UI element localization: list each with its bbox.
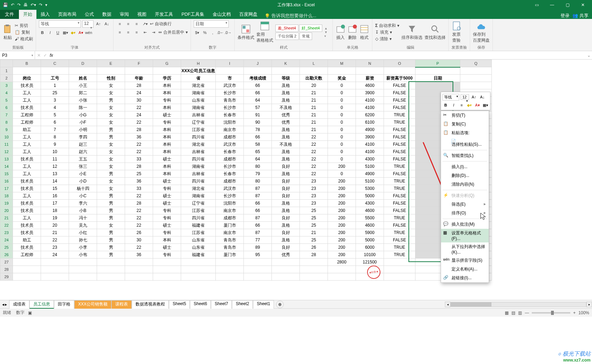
cell-H23[interactable]: 江苏省 [181,229,216,236]
tab-nav-prev-icon[interactable]: ▸ [5,302,7,307]
cell-O7[interactable]: TRUE [384,111,415,119]
cell-J19[interactable]: 66 [244,200,272,207]
ctx-paste-special[interactable]: 选择性粘贴(S)... [441,140,489,149]
cell-C3[interactable]: 1 [41,82,69,89]
cell-O9[interactable]: FALSE [384,126,415,133]
cell-E15[interactable]: 男 [97,170,125,178]
undo-icon[interactable]: ↶ [11,2,14,7]
cell-J29[interactable] [244,273,272,281]
cell-L12[interactable]: 22 [300,148,328,156]
cell-O8[interactable]: TRUE [384,119,415,126]
cell-M9[interactable]: 0 [328,126,356,133]
scroll-left-icon[interactable]: ◂ [445,302,450,307]
cell-F13[interactable]: 33 [125,156,153,163]
cell-G27[interactable] [153,259,181,266]
cell-M2[interactable]: 奖金 [328,75,356,82]
cell-D29[interactable] [69,273,97,281]
cell-N25[interactable]: 6000 [356,244,384,251]
print-icon[interactable]: 🖶 [23,2,28,7]
ctx-show-pinyin[interactable]: wén显示拼音字段(S) [441,256,489,265]
cell-J10[interactable]: 66 [244,133,272,141]
font-name-dropdown[interactable]: 等线 [39,20,81,28]
cell-G18[interactable]: 硕士 [153,192,181,200]
sheet-tab-8[interactable]: Sheet7 [211,300,232,309]
cell-F12[interactable]: 22 [125,148,153,156]
sheet-tab-1[interactable]: 员工信息 [29,300,54,309]
shrink-font-icon[interactable]: A↓ [103,20,110,27]
cell-M6[interactable]: 0 [328,104,356,111]
find-select-button[interactable]: 查找和选择 [425,24,446,41]
cell-E27[interactable] [97,259,125,266]
cell-B12[interactable]: 工人 [13,148,41,156]
cell-F14[interactable]: 28 [125,163,153,170]
cell-L2[interactable]: 出勤天数 [300,75,328,82]
cell-C24[interactable]: 22 [41,236,69,244]
cell-H26[interactable]: 福建省 [181,251,216,259]
cell-N10[interactable]: 3900 [356,133,384,141]
formula-input[interactable] [55,51,586,59]
cell-E13[interactable]: 女 [97,156,125,163]
col-header-N[interactable]: N [356,60,384,67]
mini-shrink-font-icon[interactable]: A↓ [479,94,486,101]
cell-I12[interactable]: 长春市 [216,148,244,156]
cell-L13[interactable]: 22 [300,156,328,163]
ctx-format-cells[interactable]: ▦设置单元格格式(F)... [441,229,489,242]
align-middle-icon[interactable]: ≡ [125,20,132,27]
cell-J17[interactable]: 87 [244,185,272,192]
cell-I17[interactable]: 武汉市 [216,185,244,192]
cell-D19[interactable]: 李六 [69,200,97,207]
restore-icon[interactable]: ▢ [560,1,574,9]
cell-E3[interactable]: 女 [97,82,125,89]
spreadsheet-grid[interactable]: BCDEFGHIJKLMNOPQ1XXX公司员工信息2岗位工号姓名性别年龄学历省… [0,60,592,300]
cell-M21[interactable]: 200 [328,214,356,222]
cell-K12[interactable]: 及格 [272,148,300,156]
cell-L27[interactable] [300,259,328,266]
cell-F1[interactable] [125,67,153,75]
cell-F16[interactable]: 36 [125,178,153,185]
sheet-tab-4[interactable]: 课程表 [111,300,132,309]
cell-M25[interactable]: 200 [328,244,356,251]
cell-J1[interactable] [244,67,272,75]
cell-H2[interactable]: 省 [181,75,216,82]
cell-C15[interactable]: 13 [41,170,69,178]
cell-N9[interactable]: 4900 [356,126,384,133]
cell-E7[interactable]: 女 [97,111,125,119]
cell-L19[interactable]: 23 [300,200,328,207]
cell-C2[interactable]: 工号 [41,75,69,82]
cell-N16[interactable]: 5100 [356,178,384,185]
cell-J6[interactable]: 57 [244,104,272,111]
cell-B13[interactable]: 技术员 [13,156,41,163]
cell-K29[interactable] [272,273,300,281]
percent-icon[interactable]: % [201,29,208,36]
cell-G21[interactable]: 专科 [153,214,181,222]
cell-I23[interactable]: 南京市 [216,229,244,236]
cell-G12[interactable]: 本科 [153,148,181,156]
cell-C14[interactable]: 12 [41,163,69,170]
row-header-17[interactable]: 17 [0,185,13,192]
ctx-paste-default[interactable]: 📄 [441,137,489,140]
fill-color-button[interactable]: ◆▾ [70,29,77,36]
cell-D22[interactable]: 吴九 [69,222,97,229]
cell-K14[interactable]: 良好 [272,163,300,170]
cell-I27[interactable] [216,259,244,266]
cell-E26[interactable]: 男 [97,251,125,259]
row-header-7[interactable]: 7 [0,111,13,119]
ctx-hyperlink[interactable]: 🔗超链接(I)... [441,274,489,282]
row-header-14[interactable]: 14 [0,163,13,170]
cell-H9[interactable]: 江苏省 [181,126,216,133]
cell-I10[interactable]: 成都市 [216,133,244,141]
cell-J28[interactable] [244,266,272,273]
cell-J16[interactable]: 80 [244,178,272,185]
cell-L21[interactable]: 25 [300,214,328,222]
align-center-icon[interactable]: ≡ [125,29,132,36]
cell-L11[interactable]: 22 [300,141,328,148]
cell-M27[interactable]: 2800 [328,259,356,266]
zoom-slider[interactable] [532,312,570,314]
cell-B11[interactable]: 工人 [13,141,41,148]
sheet-tab-5[interactable]: 数据透视表教程 [132,300,169,309]
cell-E11[interactable]: 女 [97,141,125,148]
cell-I3[interactable]: 武汉市 [216,82,244,89]
row-header-18[interactable]: 18 [0,192,13,200]
cell-O11[interactable]: FALSE [384,141,415,148]
ctx-cut[interactable]: ✂剪切(T) [441,111,489,120]
